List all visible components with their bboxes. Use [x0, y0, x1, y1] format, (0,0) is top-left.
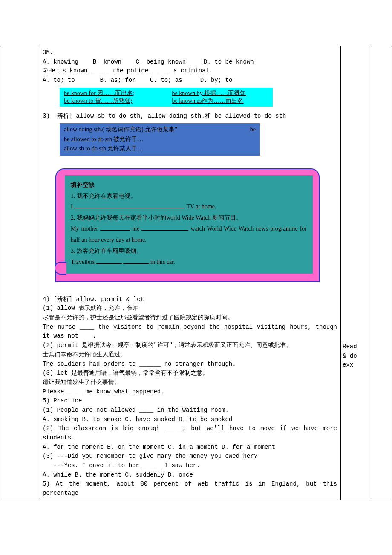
blue-line-2: be allowed to do sth 被允许干… [64, 135, 256, 144]
fill-2-mid: me [130, 225, 141, 232]
sec5-q5: 5) At the moment, about 80 percent of we… [43, 480, 337, 498]
option-b: B. known [93, 58, 121, 65]
cyan-row-1: be known for 因……而出名; be known by 根据……而得知 [64, 90, 268, 97]
fill-1-en: I TV at home. [71, 201, 307, 212]
fill-1-post: TV at home. [185, 203, 216, 210]
act-spacer [343, 48, 369, 342]
line-3m: 3M. [43, 48, 337, 58]
fill-2-post: watch World Wide Watch news programme fo… [71, 225, 307, 243]
known-to: be known to 被……所熟知; [64, 97, 170, 105]
col-left-spacer [0, 46, 39, 500]
callout-box: 填补空缺 1. 我不允许在家看电视。 I TV at home. 2. 我妈妈允… [55, 168, 320, 282]
content-cell: 3M. A. knowing B. known C. being known D… [39, 46, 341, 500]
option-d: D. to be known [204, 58, 254, 65]
activity-cell: Read & do exx [341, 46, 371, 500]
option-a: A. knowing [43, 58, 78, 65]
sec5-q3b: ---Yes. I gave it to her _____ I saw her… [43, 461, 337, 471]
fill-2-pre: My mother [71, 225, 100, 232]
sec4-p2cn: 士兵们奉命不允许陌生人通过。 [43, 350, 337, 360]
option-c: C. being known [135, 58, 186, 65]
q2-option-a: A. to; to [43, 77, 75, 84]
sec4-p3cn: 请让我知道发生了什么事情。 [43, 378, 337, 387]
blue-row-1: allow doing sth.( 动名词作宾语),允许做某事" be [64, 125, 256, 134]
fill-3-pre: Travellers [71, 259, 96, 265]
sec4-p1cn: 尽管是不允许的，护士还是让那些看望者待到过了医院规定的探病时间。 [43, 313, 337, 323]
fill-3-post: in this car. [149, 259, 175, 265]
fill-2-en: My mother me watch World Wide Watch news… [71, 223, 307, 246]
question-block-1: 3M. A. knowing B. known C. being known D… [43, 48, 337, 85]
callout-inner: 填补空缺 1. 我不允许在家看电视。 I TV at home. 2. 我妈妈允… [65, 175, 313, 274]
sec5-head: 5) Practice [43, 396, 337, 406]
callout-outer: 填补空缺 1. 我不允许在家看电视。 I TV at home. 2. 我妈妈允… [55, 168, 320, 282]
cyan-note-box: be known for 因……而出名; be known by 根据……而得知… [60, 88, 273, 107]
sec4-head: 4) [辨析] allow, permit & let [43, 295, 337, 304]
options-row-2: A. to; to B. as; for C. to; as D. by; to [43, 76, 337, 85]
q2-option-c: C. to; as [150, 77, 182, 84]
blue-line-1a: allow doing sth.( 动名词作宾语),允许做某事" [64, 126, 177, 133]
blank-1[interactable] [74, 208, 185, 208]
section-4: 4) [辨析] allow, permit & let (1) allow 表示… [43, 295, 337, 498]
act-line-3: exx [343, 361, 369, 370]
fill-3-en: Travellers in this car. [71, 257, 307, 268]
q2-option-d: D. by; to [200, 77, 233, 84]
sec5-q1opt: A. smoking B. to smoke C. have smoked D.… [43, 415, 337, 425]
blue-line-3: allow sb to do sth 允许某人干… [64, 144, 256, 153]
sec5-q1: (1) People are not allowed ____ in the w… [43, 406, 337, 415]
blue-note-box: allow doing sth.( 动名词作宾语),允许做某事" be be a… [60, 123, 260, 155]
question-2: ②He is known _____ the police _____ a cr… [43, 66, 337, 76]
col-right-spacer [371, 46, 392, 500]
sec5-q3opt: A. while B. the moment C. suddenly D. on… [43, 471, 337, 480]
blue-right: be [250, 125, 256, 134]
blank-2b[interactable] [141, 230, 188, 231]
sec4-p3: (3) let 是最普通用语，语气最弱，常常含有不予限制之意。 [43, 369, 337, 378]
fill-2: 2. 我妈妈允许我每天在家看半小时的world Wide Watch 新闻节目。 [71, 212, 307, 223]
act-line-1: Read [343, 342, 369, 352]
blank-3b[interactable] [123, 263, 149, 264]
fill-1-pre: I [71, 203, 74, 210]
known-by: be known by 根据……而得知 [172, 90, 246, 97]
act-line-2: & do [343, 352, 369, 361]
callout-title: 填补空缺 [71, 179, 307, 191]
sec4-p2: (2) permit 是根据法令、规章、制度的"许可"，通常表示积极而又正面允许… [43, 341, 337, 350]
activity-note: Read & do exx [343, 342, 369, 370]
worksheet-table: 3M. A. knowing B. known C. being known D… [0, 46, 392, 500]
callout-tab-icon [55, 262, 66, 275]
sec5-q2: (2) The classroom is big enough _____, b… [43, 424, 337, 442]
cyan-row-2: be known to 被……所熟知; be known as作为……而出名 [64, 97, 268, 105]
fill-3: 3. 游客允许在车厢里吸烟。 [71, 246, 307, 257]
sec5-q3a: (3) ---Did you remember to give Mary the… [43, 452, 337, 461]
sec4-p2en: The soldiers had orders to ______ no str… [43, 360, 337, 369]
section-3-head: 3) [辨析] allow sb to do sth, allow doing … [43, 112, 337, 121]
options-row-1: A. knowing B. known C. being known D. to… [43, 58, 337, 67]
fill-1: 1. 我不允许在家看电视。 [71, 191, 307, 202]
known-for: be known for 因……而出名; [64, 90, 170, 97]
known-as: be known as作为……而出名 [172, 97, 244, 105]
blank-2a[interactable] [100, 230, 130, 231]
sec5-q2opt: A. for the moment B. on the moment C. in… [43, 443, 337, 452]
sec4-p1en: The nurse ____ the visitors to remain be… [43, 323, 337, 341]
sec4-p1: (1) allow 表示默许，允许，准许 [43, 304, 337, 313]
sec4-p3en: Please ____ me know what happened. [43, 387, 337, 397]
q2-option-b: B. as; for [100, 77, 135, 84]
blank-3a[interactable] [96, 263, 122, 264]
